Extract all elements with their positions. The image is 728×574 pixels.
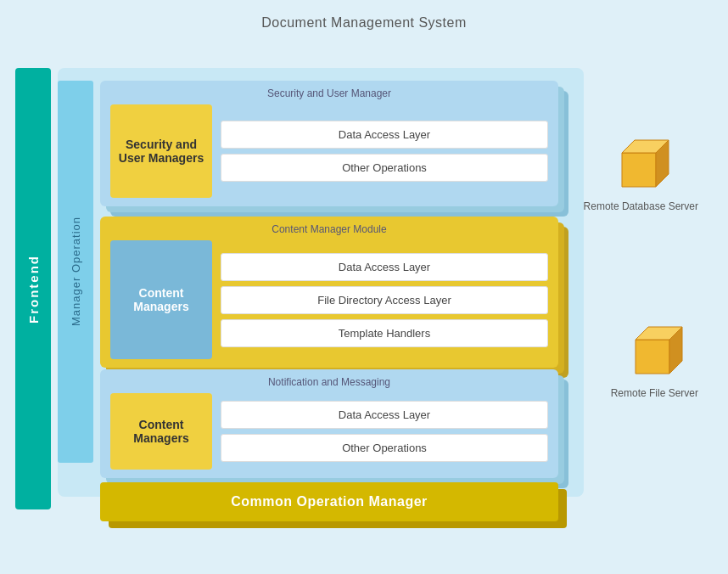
content-items-list: Data Access Layer File Directory Access … <box>221 240 548 359</box>
security-title: Security and User Manager <box>110 87 548 99</box>
security-items-list: Data Access Layer Other Operations <box>221 104 548 198</box>
content-item-1: File Directory Access Layer <box>221 286 548 314</box>
remote-file-server: Remote File Server <box>611 318 698 401</box>
notification-panel: Notification and Messaging Content Manag… <box>100 369 558 478</box>
notification-item-0: Data Access Layer <box>221 401 548 429</box>
frontend-bar: Frontend <box>15 68 51 509</box>
frontend-label: Frontend <box>26 255 41 324</box>
diagram-title: Document Management System <box>0 0 728 31</box>
remote-file-label: Remote File Server <box>611 387 698 401</box>
svg-marker-0 <box>622 153 656 187</box>
common-bar-label: Common Operation Manager <box>231 494 428 509</box>
content-panel: Content Manager Module Content Managers … <box>100 217 558 368</box>
diagram-container: Document Management System Frontend Mana… <box>0 0 728 574</box>
notification-items-list: Data Access Layer Other Operations <box>221 393 548 470</box>
common-operation-bar: Common Operation Manager <box>100 482 558 521</box>
content-body: Content Managers Data Access Layer File … <box>110 240 548 359</box>
remote-database-label: Remote Database Server <box>584 200 698 214</box>
manager-operation-bar: Manager Operation <box>58 81 93 463</box>
security-panel: Security and User Manager Security and U… <box>100 81 558 206</box>
remote-database-server: Remote Database Server <box>584 132 698 214</box>
remote-file-icon <box>623 318 686 382</box>
notification-title: Notification and Messaging <box>110 376 548 388</box>
security-body: Security and User Managers Data Access L… <box>110 104 548 198</box>
notification-body: Content Managers Data Access Layer Other… <box>110 393 548 470</box>
security-item-0: Data Access Layer <box>221 121 548 149</box>
content-title: Content Manager Module <box>110 223 548 235</box>
content-item-2: Template Handlers <box>221 319 548 347</box>
content-item-0: Data Access Layer <box>221 253 548 281</box>
remote-database-icon <box>609 132 673 195</box>
security-item-1: Other Operations <box>221 154 548 182</box>
security-box-label: Security and User Managers <box>110 104 212 198</box>
content-box-label: Content Managers <box>110 240 212 359</box>
notification-box-label: Content Managers <box>110 393 212 470</box>
svg-marker-3 <box>636 340 669 374</box>
manager-operation-label: Manager Operation <box>70 217 82 326</box>
notification-item-1: Other Operations <box>221 434 548 462</box>
